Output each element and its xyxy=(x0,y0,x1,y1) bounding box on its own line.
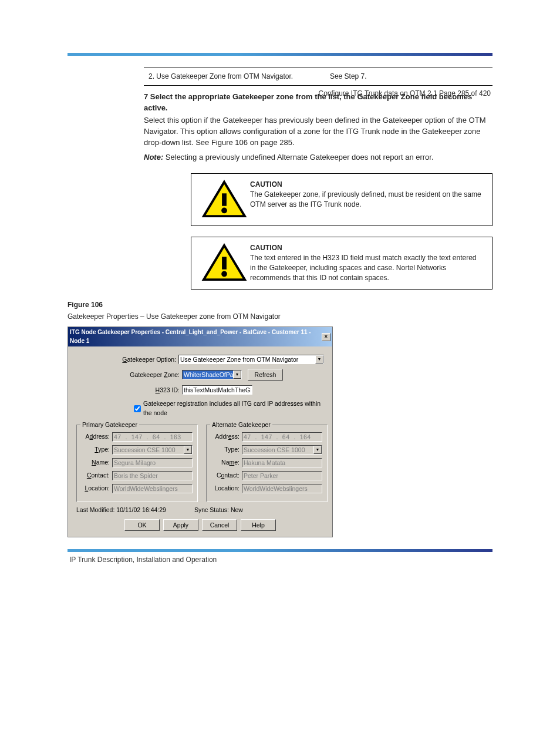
figure-label: Figure 106 xyxy=(68,300,492,310)
registration-checkbox[interactable] xyxy=(134,405,141,412)
alternate-address-label: Address: xyxy=(211,432,242,441)
dialog-title-bar: ITG Node Gatekeeper Properties - Central… xyxy=(68,327,332,346)
page-footer: IP Trunk Description, Installation and O… xyxy=(69,556,560,564)
primary-legend: Primary Gatekeeper xyxy=(80,420,139,429)
registration-checkbox-label: Gatekeeper registration includes all ITG… xyxy=(143,399,324,417)
figure-caption: Gatekeeper Properties – Use Gatekeeper z… xyxy=(68,312,492,322)
alternate-location-label: Location: xyxy=(211,484,242,493)
alternate-location-input xyxy=(242,484,322,493)
alternate-name-label: Name: xyxy=(211,458,242,467)
primary-name-input xyxy=(112,458,193,467)
header-divider xyxy=(68,53,492,56)
option-table-right: See Step 7. xyxy=(325,68,492,86)
dialog-title: ITG Node Gatekeeper Properties - Central… xyxy=(70,328,322,345)
primary-type-label: Type: xyxy=(82,445,112,454)
h323id-input[interactable] xyxy=(182,385,252,395)
footer-divider xyxy=(68,549,492,552)
primary-address-input xyxy=(112,432,193,442)
alternate-name-input xyxy=(242,458,322,467)
page-header: Configure ITG Trunk data on OTM 2.1 Page… xyxy=(318,89,491,97)
gatekeeper-option-label: Gatekeeper Option: xyxy=(76,355,178,364)
warning-icon xyxy=(198,243,250,283)
svg-point-2 xyxy=(221,208,227,214)
svg-rect-4 xyxy=(222,257,227,270)
primary-gatekeeper-group: Primary Gatekeeper Address: Type:▼ Name:… xyxy=(76,425,198,502)
caution-1-title: CAUTION xyxy=(250,180,483,190)
primary-name-label: Name: xyxy=(82,458,112,467)
close-icon[interactable]: × xyxy=(322,333,330,341)
note-body: Selecting a previously undefined Alterna… xyxy=(166,153,434,161)
caution-box-2: CAUTION The text entered in the H323 ID … xyxy=(191,237,492,290)
alternate-type-label: Type: xyxy=(211,445,242,454)
gatekeeper-zone-label: Gatekeeper Zone: xyxy=(76,371,182,379)
gatekeeper-zone-select[interactable] xyxy=(182,370,242,379)
help-button[interactable]: Help xyxy=(241,519,276,531)
caution-2-title: CAUTION xyxy=(250,243,483,253)
cancel-button[interactable]: Cancel xyxy=(202,519,237,531)
primary-contact-input xyxy=(112,471,193,480)
ok-button[interactable]: OK xyxy=(124,519,160,531)
option-table: 2. Use Gatekeeper Zone from OTM Navigato… xyxy=(144,68,492,86)
refresh-button[interactable]: Refresh xyxy=(248,369,283,381)
alternate-legend: Alternate Gatekeeper xyxy=(210,420,272,429)
primary-location-label: Location: xyxy=(82,484,112,493)
warning-icon xyxy=(198,180,250,220)
primary-type-select xyxy=(112,445,193,455)
apply-button[interactable]: Apply xyxy=(163,519,198,531)
last-modified: Last Modified: 10/11/02 16:44:29 xyxy=(76,506,166,514)
gatekeeper-option-select[interactable] xyxy=(178,355,324,364)
step-7-body: Select this option if the Gatekeeper has… xyxy=(144,115,492,149)
h323id-label: H323 ID: xyxy=(76,386,182,395)
alternate-contact-label: Contact: xyxy=(211,471,242,480)
caution-1-body: The Gatekeeper zone, if previously defin… xyxy=(250,190,483,210)
sync-status: Sync Status: New xyxy=(194,506,243,514)
primary-address-label: Address: xyxy=(82,432,112,441)
alternate-gatekeeper-group: Alternate Gatekeeper Address: Type:▼ Nam… xyxy=(206,425,328,502)
svg-point-5 xyxy=(221,271,227,277)
caution-box-1: CAUTION The Gatekeeper zone, if previous… xyxy=(191,173,492,226)
note-label: Note: xyxy=(144,153,163,161)
alternate-address-input xyxy=(242,432,322,442)
alternate-contact-input xyxy=(242,471,322,480)
gatekeeper-dialog: ITG Node Gatekeeper Properties - Central… xyxy=(68,327,333,537)
option-table-left: 2. Use Gatekeeper Zone from OTM Navigato… xyxy=(144,68,325,86)
svg-rect-1 xyxy=(222,194,227,206)
alternate-type-select xyxy=(242,445,322,455)
caution-2-body: The text entered in the H323 ID field mu… xyxy=(250,253,483,282)
primary-location-input xyxy=(112,484,193,493)
primary-contact-label: Contact: xyxy=(82,471,112,480)
